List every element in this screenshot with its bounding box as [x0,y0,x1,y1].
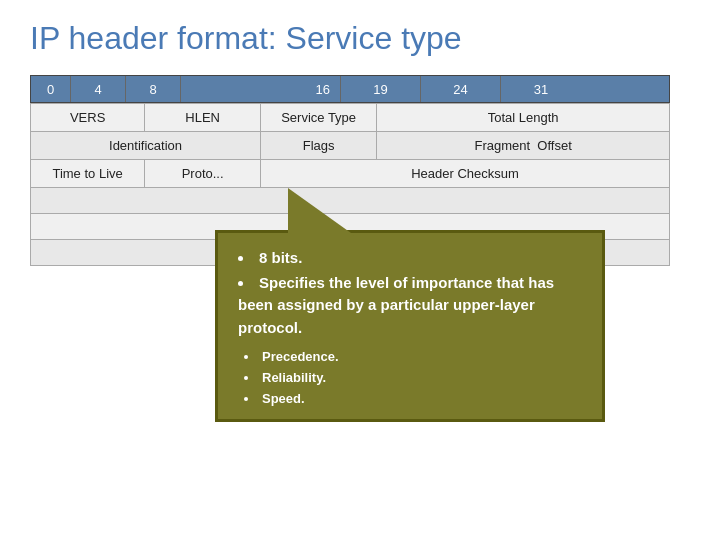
popup-main-content: 8 bits. Specifies the level of importanc… [234,247,586,339]
bit-19: 19 [341,76,421,102]
slide: IP header format: Service type 0 4 8 16 … [0,0,720,540]
popup-sub-bullet-2: Reliability. [244,368,586,389]
ip-header-diagram: 0 4 8 16 19 24 31 VERS HLEN Service Type… [30,75,670,266]
cell-hlen: HLEN [145,104,261,132]
table-row: Identification Flags Fragment Offset [31,132,670,160]
bit-label-row: 0 4 8 16 19 24 31 [30,75,670,103]
bit-8: 8 [126,76,181,102]
bit-4: 4 [71,76,126,102]
table-row: Time to Live Proto... Header Checksum [31,160,670,188]
cell-fragment-offset: Fragment Offset [377,132,670,160]
page-title: IP header format: Service type [30,20,690,57]
popup-sub-bullet-1: Precedence. [244,347,586,368]
cell-identification: Identification [31,132,261,160]
popup-arrow [288,188,358,238]
cell-protocol: Proto... [145,160,261,188]
cell-flags: Flags [261,132,377,160]
service-type-popup: 8 bits. Specifies the level of importanc… [215,230,605,422]
bit-31: 31 [501,76,581,102]
bit-0: 0 [31,76,71,102]
bit-16: 16 [181,76,341,102]
popup-bullet-2: Specifies the level of importance that h… [238,272,586,340]
popup-bullet-1: 8 bits. [238,247,586,270]
popup-sub-content: Precedence. Reliability. Speed. [244,347,586,409]
table-row: VERS HLEN Service Type Total Length [31,104,670,132]
cell-service-type: Service Type [261,104,377,132]
cell-vers: VERS [31,104,145,132]
bit-24: 24 [421,76,501,102]
cell-total-length: Total Length [377,104,670,132]
popup-sub-bullet-3: Speed. [244,389,586,410]
cell-header-checksum: Header Checksum [261,160,670,188]
cell-ttl: Time to Live [31,160,145,188]
